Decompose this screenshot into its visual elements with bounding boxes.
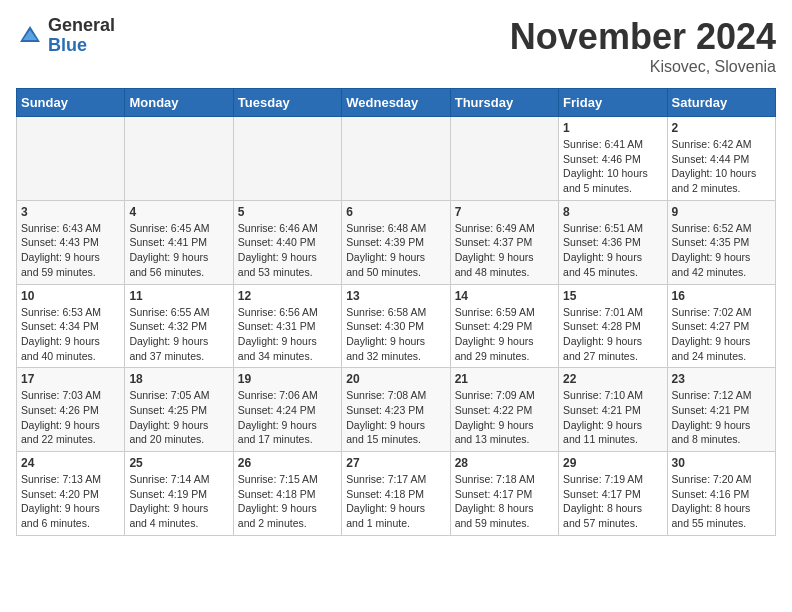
day-number: 12 [238, 289, 337, 303]
day-number: 16 [672, 289, 771, 303]
header-sunday: Sunday [17, 89, 125, 117]
calendar-cell: 28Sunrise: 7:18 AM Sunset: 4:17 PM Dayli… [450, 452, 558, 536]
day-number: 2 [672, 121, 771, 135]
calendar-cell: 18Sunrise: 7:05 AM Sunset: 4:25 PM Dayli… [125, 368, 233, 452]
calendar-table: SundayMondayTuesdayWednesdayThursdayFrid… [16, 88, 776, 536]
day-number: 19 [238, 372, 337, 386]
calendar-cell: 1Sunrise: 6:41 AM Sunset: 4:46 PM Daylig… [559, 117, 667, 201]
calendar-cell: 23Sunrise: 7:12 AM Sunset: 4:21 PM Dayli… [667, 368, 775, 452]
day-info: Sunrise: 7:03 AM Sunset: 4:26 PM Dayligh… [21, 388, 120, 447]
calendar-cell: 17Sunrise: 7:03 AM Sunset: 4:26 PM Dayli… [17, 368, 125, 452]
calendar-cell: 3Sunrise: 6:43 AM Sunset: 4:43 PM Daylig… [17, 200, 125, 284]
title-section: November 2024 Kisovec, Slovenia [510, 16, 776, 76]
logo-blue: Blue [48, 36, 115, 56]
header-monday: Monday [125, 89, 233, 117]
day-info: Sunrise: 7:20 AM Sunset: 4:16 PM Dayligh… [672, 472, 771, 531]
logo-text: General Blue [48, 16, 115, 56]
day-number: 13 [346, 289, 445, 303]
page-header: General Blue November 2024 Kisovec, Slov… [16, 16, 776, 76]
day-info: Sunrise: 7:01 AM Sunset: 4:28 PM Dayligh… [563, 305, 662, 364]
calendar-cell: 19Sunrise: 7:06 AM Sunset: 4:24 PM Dayli… [233, 368, 341, 452]
calendar-week-4: 17Sunrise: 7:03 AM Sunset: 4:26 PM Dayli… [17, 368, 776, 452]
day-info: Sunrise: 6:56 AM Sunset: 4:31 PM Dayligh… [238, 305, 337, 364]
calendar-cell: 20Sunrise: 7:08 AM Sunset: 4:23 PM Dayli… [342, 368, 450, 452]
day-info: Sunrise: 6:51 AM Sunset: 4:36 PM Dayligh… [563, 221, 662, 280]
calendar-cell: 5Sunrise: 6:46 AM Sunset: 4:40 PM Daylig… [233, 200, 341, 284]
calendar-cell: 30Sunrise: 7:20 AM Sunset: 4:16 PM Dayli… [667, 452, 775, 536]
day-info: Sunrise: 7:05 AM Sunset: 4:25 PM Dayligh… [129, 388, 228, 447]
day-info: Sunrise: 6:48 AM Sunset: 4:39 PM Dayligh… [346, 221, 445, 280]
day-info: Sunrise: 6:53 AM Sunset: 4:34 PM Dayligh… [21, 305, 120, 364]
day-number: 7 [455, 205, 554, 219]
calendar-header-row: SundayMondayTuesdayWednesdayThursdayFrid… [17, 89, 776, 117]
day-info: Sunrise: 7:08 AM Sunset: 4:23 PM Dayligh… [346, 388, 445, 447]
day-info: Sunrise: 6:46 AM Sunset: 4:40 PM Dayligh… [238, 221, 337, 280]
day-number: 10 [21, 289, 120, 303]
day-number: 11 [129, 289, 228, 303]
month-title: November 2024 [510, 16, 776, 58]
calendar-cell: 22Sunrise: 7:10 AM Sunset: 4:21 PM Dayli… [559, 368, 667, 452]
day-number: 14 [455, 289, 554, 303]
day-info: Sunrise: 7:14 AM Sunset: 4:19 PM Dayligh… [129, 472, 228, 531]
calendar-cell: 26Sunrise: 7:15 AM Sunset: 4:18 PM Dayli… [233, 452, 341, 536]
calendar-cell: 21Sunrise: 7:09 AM Sunset: 4:22 PM Dayli… [450, 368, 558, 452]
day-info: Sunrise: 6:59 AM Sunset: 4:29 PM Dayligh… [455, 305, 554, 364]
day-number: 26 [238, 456, 337, 470]
calendar-cell [342, 117, 450, 201]
day-info: Sunrise: 7:09 AM Sunset: 4:22 PM Dayligh… [455, 388, 554, 447]
header-friday: Friday [559, 89, 667, 117]
day-number: 21 [455, 372, 554, 386]
calendar-cell: 9Sunrise: 6:52 AM Sunset: 4:35 PM Daylig… [667, 200, 775, 284]
day-number: 1 [563, 121, 662, 135]
day-info: Sunrise: 6:42 AM Sunset: 4:44 PM Dayligh… [672, 137, 771, 196]
day-info: Sunrise: 7:19 AM Sunset: 4:17 PM Dayligh… [563, 472, 662, 531]
header-saturday: Saturday [667, 89, 775, 117]
day-number: 28 [455, 456, 554, 470]
day-info: Sunrise: 6:52 AM Sunset: 4:35 PM Dayligh… [672, 221, 771, 280]
day-number: 22 [563, 372, 662, 386]
calendar-cell: 14Sunrise: 6:59 AM Sunset: 4:29 PM Dayli… [450, 284, 558, 368]
calendar-cell: 7Sunrise: 6:49 AM Sunset: 4:37 PM Daylig… [450, 200, 558, 284]
day-number: 8 [563, 205, 662, 219]
calendar-cell: 15Sunrise: 7:01 AM Sunset: 4:28 PM Dayli… [559, 284, 667, 368]
day-info: Sunrise: 6:55 AM Sunset: 4:32 PM Dayligh… [129, 305, 228, 364]
calendar-cell: 24Sunrise: 7:13 AM Sunset: 4:20 PM Dayli… [17, 452, 125, 536]
header-thursday: Thursday [450, 89, 558, 117]
calendar-week-2: 3Sunrise: 6:43 AM Sunset: 4:43 PM Daylig… [17, 200, 776, 284]
calendar-cell: 27Sunrise: 7:17 AM Sunset: 4:18 PM Dayli… [342, 452, 450, 536]
header-tuesday: Tuesday [233, 89, 341, 117]
day-info: Sunrise: 7:18 AM Sunset: 4:17 PM Dayligh… [455, 472, 554, 531]
calendar-cell: 12Sunrise: 6:56 AM Sunset: 4:31 PM Dayli… [233, 284, 341, 368]
calendar-cell: 6Sunrise: 6:48 AM Sunset: 4:39 PM Daylig… [342, 200, 450, 284]
day-number: 20 [346, 372, 445, 386]
day-info: Sunrise: 6:43 AM Sunset: 4:43 PM Dayligh… [21, 221, 120, 280]
day-number: 9 [672, 205, 771, 219]
day-info: Sunrise: 7:15 AM Sunset: 4:18 PM Dayligh… [238, 472, 337, 531]
calendar-cell [17, 117, 125, 201]
calendar-cell [233, 117, 341, 201]
calendar-cell: 10Sunrise: 6:53 AM Sunset: 4:34 PM Dayli… [17, 284, 125, 368]
day-info: Sunrise: 7:13 AM Sunset: 4:20 PM Dayligh… [21, 472, 120, 531]
day-info: Sunrise: 6:45 AM Sunset: 4:41 PM Dayligh… [129, 221, 228, 280]
day-number: 25 [129, 456, 228, 470]
calendar-cell [450, 117, 558, 201]
day-number: 5 [238, 205, 337, 219]
day-info: Sunrise: 7:02 AM Sunset: 4:27 PM Dayligh… [672, 305, 771, 364]
calendar-cell: 29Sunrise: 7:19 AM Sunset: 4:17 PM Dayli… [559, 452, 667, 536]
day-info: Sunrise: 7:06 AM Sunset: 4:24 PM Dayligh… [238, 388, 337, 447]
location: Kisovec, Slovenia [510, 58, 776, 76]
day-number: 6 [346, 205, 445, 219]
calendar-cell: 25Sunrise: 7:14 AM Sunset: 4:19 PM Dayli… [125, 452, 233, 536]
calendar-week-5: 24Sunrise: 7:13 AM Sunset: 4:20 PM Dayli… [17, 452, 776, 536]
day-number: 3 [21, 205, 120, 219]
calendar-cell: 13Sunrise: 6:58 AM Sunset: 4:30 PM Dayli… [342, 284, 450, 368]
calendar-cell: 11Sunrise: 6:55 AM Sunset: 4:32 PM Dayli… [125, 284, 233, 368]
calendar-cell: 2Sunrise: 6:42 AM Sunset: 4:44 PM Daylig… [667, 117, 775, 201]
day-info: Sunrise: 6:49 AM Sunset: 4:37 PM Dayligh… [455, 221, 554, 280]
day-info: Sunrise: 6:58 AM Sunset: 4:30 PM Dayligh… [346, 305, 445, 364]
day-number: 4 [129, 205, 228, 219]
day-number: 18 [129, 372, 228, 386]
calendar-week-1: 1Sunrise: 6:41 AM Sunset: 4:46 PM Daylig… [17, 117, 776, 201]
header-wednesday: Wednesday [342, 89, 450, 117]
day-info: Sunrise: 7:17 AM Sunset: 4:18 PM Dayligh… [346, 472, 445, 531]
